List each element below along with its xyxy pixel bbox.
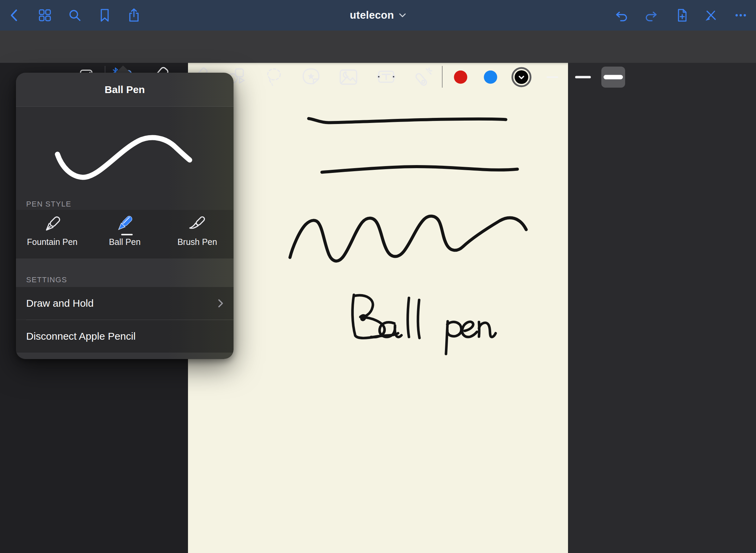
color-swatch-red[interactable]: [449, 66, 472, 88]
lasso-icon: [263, 67, 285, 88]
popover-title: Ball Pen: [105, 84, 145, 95]
draw-and-hold-row[interactable]: Draw and Hold: [16, 287, 234, 320]
top-navigation-bar: utelecon: [0, 0, 756, 31]
red-color-icon: [449, 66, 472, 88]
undo-icon: [614, 7, 629, 23]
stickers-icon: [300, 67, 322, 88]
disconnect-apple-pencil-row[interactable]: Disconnect Apple Pencil: [16, 320, 234, 353]
stylus-cross-icon: [703, 7, 719, 23]
document-title-button[interactable]: utelecon: [0, 0, 756, 31]
redo-button[interactable]: [643, 7, 659, 23]
settings-section-label: SETTINGS: [16, 271, 234, 287]
draw-and-hold-label: Draw and Hold: [26, 298, 93, 309]
pen-option-label: Fountain Pen: [27, 237, 78, 247]
laser-pointer-tool[interactable]: [412, 66, 434, 88]
pen-settings-popover: Ball Pen PEN STYLE Fountain Pen: [16, 73, 234, 359]
right-background: [568, 63, 756, 553]
ink-wave: [290, 216, 526, 261]
stroke-width-thick-selected[interactable]: [601, 67, 625, 88]
pen-option-brush[interactable]: Brush Pen: [161, 210, 234, 258]
blue-color-icon: [479, 66, 502, 88]
stroke-thick-icon: [601, 67, 625, 88]
more-button[interactable]: [733, 7, 749, 23]
pen-style-options: Fountain Pen Ball Pen Brush Pen: [16, 210, 234, 258]
more-ellipsis-icon: [733, 7, 749, 23]
text-icon: [376, 67, 397, 88]
pen-style-section-label: PEN STYLE: [16, 199, 234, 210]
popover-header: Ball Pen: [16, 73, 234, 106]
brush-pen-icon: [186, 213, 209, 236]
popover-footer: [16, 353, 234, 359]
toolbar-separator: [442, 66, 443, 88]
stroke-width-medium[interactable]: [572, 66, 594, 88]
lasso-tool[interactable]: [263, 66, 285, 88]
ink-line-1: [309, 119, 506, 123]
image-icon: [338, 67, 359, 88]
redo-icon: [643, 7, 659, 23]
stickers-tool[interactable]: [300, 66, 322, 88]
pen-option-fountain[interactable]: Fountain Pen: [16, 210, 88, 258]
ball-pen-icon: [113, 213, 136, 236]
undo-button[interactable]: [614, 7, 629, 23]
black-color-selected-icon: [510, 66, 533, 88]
stroke-preview-curve: [16, 107, 234, 199]
title-chevron-down-icon: [399, 13, 406, 18]
ink-strokes: [188, 63, 568, 553]
document-title: utelecon: [350, 9, 394, 21]
stroke-width-thin[interactable]: [541, 66, 564, 88]
color-swatch-blue[interactable]: [479, 66, 502, 88]
pen-option-ball-selected[interactable]: Ball Pen: [88, 210, 161, 258]
pen-option-label: Ball Pen: [109, 237, 140, 247]
chevron-right-icon: [218, 299, 223, 308]
section-gap: [16, 258, 234, 271]
stroke-thin-icon: [541, 66, 564, 88]
image-tool[interactable]: [337, 66, 360, 88]
add-page-button[interactable]: [674, 7, 690, 23]
fountain-pen-icon: [41, 213, 64, 236]
stylus-toggle-button[interactable]: [703, 7, 719, 23]
text-tool[interactable]: [375, 66, 397, 88]
pen-option-label: Brush Pen: [177, 237, 217, 247]
stroke-preview: [16, 107, 234, 199]
handwriting-ball-pen: [353, 295, 496, 354]
disconnect-apple-pencil-label: Disconnect Apple Pencil: [26, 331, 136, 342]
ink-line-2: [322, 167, 517, 172]
goodnotes-app: Ball pen utelecon: [0, 0, 756, 553]
color-swatch-black-selected[interactable]: [510, 66, 533, 88]
stroke-medium-icon: [572, 66, 594, 88]
laser-pointer-icon: [413, 67, 434, 88]
tools-toolbar: [0, 31, 756, 63]
add-page-icon: [674, 7, 690, 23]
